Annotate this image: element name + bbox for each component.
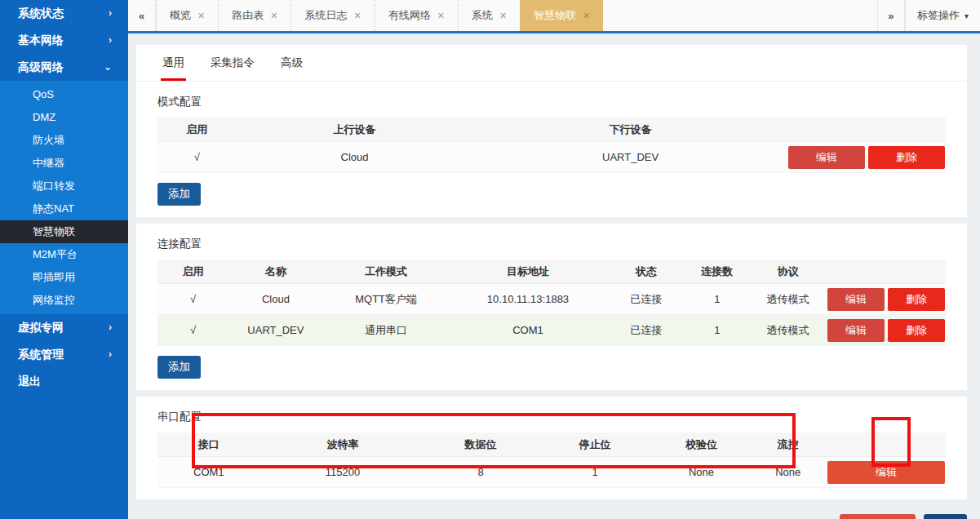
main-content: 通用 采集指令 高级 模式配置 启用 上行设备 下行设备 √ Cloud UAR… bbox=[128, 36, 980, 519]
connection-config-table: 启用 名称 工作模式 目标地址 状态 连接数 协议 √ Cloud MQTT客户… bbox=[157, 260, 946, 346]
tab-label: 系统 bbox=[472, 8, 493, 23]
tab-routing-table[interactable]: 路由表 ✕ bbox=[218, 0, 290, 31]
sidebar-item-system-status[interactable]: 系统状态 › bbox=[0, 0, 128, 27]
column-header: 目标地址 bbox=[449, 264, 606, 279]
interface-cell: COM1 bbox=[157, 466, 260, 478]
close-icon[interactable]: ✕ bbox=[499, 11, 507, 21]
sidebar-item-advanced-network[interactable]: 高级网络 ⌄ bbox=[0, 54, 128, 81]
table-row: √ Cloud MQTT客户端 10.10.11.13:1883 已连接 1 透… bbox=[157, 284, 946, 315]
work-mode-cell: 通用串口 bbox=[323, 323, 450, 338]
close-icon[interactable]: ✕ bbox=[437, 11, 445, 21]
tab-wired-network[interactable]: 有线网络 ✕ bbox=[375, 0, 458, 31]
sidebar-item-logout[interactable]: 退出 bbox=[0, 368, 128, 395]
tab-label: 系统日志 bbox=[304, 8, 347, 23]
edit-button[interactable]: 编辑 bbox=[827, 288, 885, 311]
column-header: 下行设备 bbox=[472, 122, 787, 137]
sidebar-item-repeater[interactable]: 中继器 bbox=[0, 152, 128, 175]
enabled-check: √ bbox=[157, 324, 228, 336]
tab-advanced[interactable]: 高级 bbox=[279, 45, 304, 81]
edit-button[interactable]: 编辑 bbox=[788, 146, 865, 169]
chevron-right-icon: › bbox=[109, 27, 112, 54]
stop-bits-cell: 1 bbox=[536, 466, 654, 478]
tab-overview[interactable]: 概览 ✕ bbox=[156, 0, 218, 31]
chevron-right-icon: › bbox=[109, 341, 112, 368]
status-cell: 已连接 bbox=[607, 292, 686, 307]
tab-general[interactable]: 通用 bbox=[161, 45, 186, 81]
close-icon[interactable]: ✕ bbox=[197, 11, 205, 21]
close-icon[interactable]: ✕ bbox=[353, 11, 361, 21]
sidebar-item-label: 高级网络 bbox=[18, 54, 64, 81]
sidebar-item-smart-iot[interactable]: 智慧物联 bbox=[0, 220, 128, 243]
row-actions: 编辑 bbox=[827, 461, 946, 484]
delete-button[interactable]: 删除 bbox=[868, 146, 945, 169]
table-row: √ UART_DEV 通用串口 COM1 已连接 1 透传模式 编辑 删除 bbox=[157, 315, 946, 346]
name-cell: UART_DEV bbox=[228, 324, 323, 336]
sidebar-item-firewall[interactable]: 防火墙 bbox=[0, 129, 128, 152]
tab-bar-spacer bbox=[603, 0, 877, 31]
table-row: √ Cloud UART_DEV 编辑 删除 bbox=[157, 142, 946, 173]
uplink-device-cell: Cloud bbox=[237, 151, 473, 163]
close-icon[interactable]: ✕ bbox=[583, 11, 590, 21]
downlink-device-cell: UART_DEV bbox=[472, 151, 787, 163]
save-and-apply-button[interactable]: 保存并应用 bbox=[840, 514, 916, 519]
connection-count-cell: 1 bbox=[685, 293, 748, 305]
target-address-cell: 10.10.11.13:1883 bbox=[449, 293, 606, 305]
section-title: 串口配置 bbox=[157, 410, 946, 424]
sidebar-item-m2m-platform[interactable]: M2M平台 bbox=[0, 243, 128, 266]
tab-smart-iot[interactable]: 智慧物联 ✕ bbox=[520, 0, 603, 31]
subtab-bar: 通用 采集指令 高级 bbox=[136, 45, 967, 82]
column-header: 接口 bbox=[157, 437, 260, 452]
status-cell: 已连接 bbox=[607, 323, 686, 338]
chevron-right-icon: › bbox=[109, 314, 112, 341]
tab-bar: « 概览 ✕ 路由表 ✕ 系统日志 ✕ 有线网络 ✕ 系统 ✕ 智慧物联 ✕ »… bbox=[128, 0, 980, 33]
work-mode-cell: MQTT客户端 bbox=[323, 292, 450, 307]
sidebar-item-label: 退出 bbox=[18, 368, 41, 395]
row-actions: 编辑 删除 bbox=[788, 146, 946, 169]
scroll-tabs-left-icon[interactable]: « bbox=[128, 0, 156, 31]
panel-serial: 串口配置 接口 波特率 数据位 停止位 校验位 流控 COM1 115200 8… bbox=[136, 397, 967, 499]
sidebar-item-dmz[interactable]: DMZ bbox=[0, 106, 128, 129]
edit-button[interactable]: 编辑 bbox=[827, 461, 945, 484]
table-header-row: 接口 波特率 数据位 停止位 校验位 流控 bbox=[157, 432, 946, 457]
sidebar-item-vpn[interactable]: 虚拟专网 › bbox=[0, 314, 128, 341]
flow-control-cell: None bbox=[748, 466, 827, 478]
protocol-cell: 透传模式 bbox=[748, 323, 827, 338]
sidebar-item-system-management[interactable]: 系统管理 › bbox=[0, 341, 128, 368]
sidebar-item-qos[interactable]: QoS bbox=[0, 83, 128, 106]
delete-button[interactable]: 删除 bbox=[888, 319, 945, 342]
caret-down-icon: ▾ bbox=[964, 11, 969, 20]
edit-button[interactable]: 编辑 bbox=[827, 319, 885, 342]
table-row: COM1 115200 8 1 None None 编辑 bbox=[157, 457, 946, 488]
sidebar-item-label: 基本网络 bbox=[18, 27, 64, 54]
scroll-tabs-right-icon[interactable]: » bbox=[877, 0, 905, 31]
sidebar-item-port-forward[interactable]: 端口转发 bbox=[0, 175, 128, 197]
tab-collect-command[interactable]: 采集指令 bbox=[209, 45, 256, 81]
column-header: 连接数 bbox=[685, 264, 748, 279]
tab-system[interactable]: 系统 ✕ bbox=[458, 0, 520, 31]
column-header: 校验位 bbox=[654, 437, 749, 452]
tab-system-log[interactable]: 系统日志 ✕ bbox=[290, 0, 374, 31]
sidebar-item-static-nat[interactable]: 静态NAT bbox=[0, 197, 128, 220]
sidebar-item-plug-and-play[interactable]: 即插即用 bbox=[0, 266, 128, 289]
target-address-cell: COM1 bbox=[449, 324, 606, 336]
reset-button[interactable]: 重置 bbox=[924, 514, 967, 519]
sidebar-item-label: 系统状态 bbox=[18, 0, 64, 27]
column-header: 波特率 bbox=[260, 437, 426, 452]
add-button[interactable]: 添加 bbox=[157, 183, 201, 206]
sidebar-item-network-monitor[interactable]: 网络监控 bbox=[0, 289, 128, 312]
column-header: 协议 bbox=[748, 264, 827, 279]
tab-actions-label: 标签操作 bbox=[917, 8, 960, 23]
add-button[interactable]: 添加 bbox=[157, 356, 201, 379]
panel-connection: 连接配置 启用 名称 工作模式 目标地址 状态 连接数 协议 √ Cloud M… bbox=[136, 224, 967, 390]
delete-button[interactable]: 删除 bbox=[888, 288, 945, 311]
mode-config-section: 模式配置 启用 上行设备 下行设备 √ Cloud UART_DEV 编辑 删除 bbox=[136, 82, 967, 217]
section-title: 模式配置 bbox=[157, 95, 946, 109]
row-actions: 编辑 删除 bbox=[827, 319, 946, 342]
column-header: 名称 bbox=[228, 264, 323, 279]
tab-actions-dropdown[interactable]: 标签操作 ▾ bbox=[905, 0, 980, 31]
close-icon[interactable]: ✕ bbox=[270, 11, 277, 21]
sidebar: 系统状态 › 基本网络 › 高级网络 ⌄ QoS DMZ 防火墙 中继器 端口转… bbox=[0, 0, 128, 519]
name-cell: Cloud bbox=[228, 293, 323, 305]
footer-actions: 保存并应用 重置 bbox=[136, 506, 967, 519]
sidebar-item-basic-network[interactable]: 基本网络 › bbox=[0, 27, 128, 54]
